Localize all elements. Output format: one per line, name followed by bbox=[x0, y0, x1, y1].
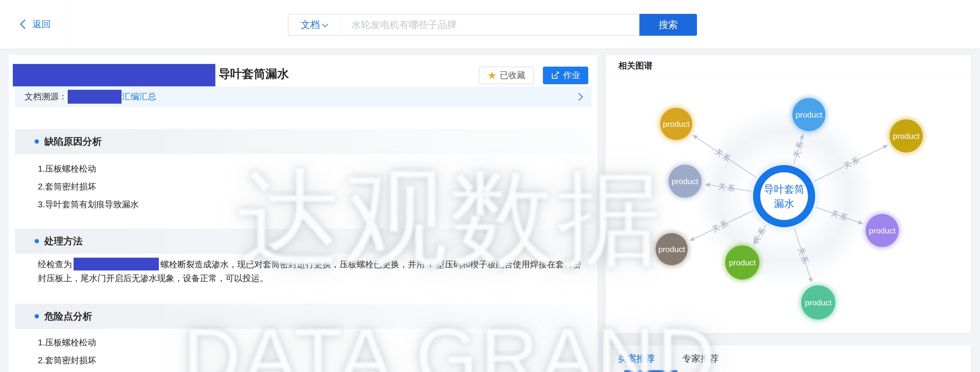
work-button[interactable]: 作业 bbox=[543, 67, 588, 84]
list-item: 2.套筒密封损坏 bbox=[38, 355, 96, 366]
graph-node-label: product bbox=[658, 245, 685, 254]
document-title: 导叶套筒漏水 bbox=[218, 66, 289, 82]
graph-node-label: product bbox=[893, 132, 920, 140]
star-icon: ★ bbox=[487, 70, 496, 81]
header-divider bbox=[69, 0, 70, 49]
document-panel: 导叶套筒漏水 ★ 已收藏 作业 文档溯源： 汇编汇总 缺陷原因分析 1.压板螺栓… bbox=[8, 55, 598, 372]
redacted-doc-number bbox=[13, 64, 215, 86]
list-item: 1.压板螺栓松动 bbox=[38, 163, 139, 175]
graph-node-label: product bbox=[869, 226, 896, 235]
treatment-paragraph: 经检查为螺栓断裂造成渗水，现已对套筒密封进行更换，压板螺栓已更换，并用"T"型压… bbox=[38, 258, 585, 285]
graph-node-label: product bbox=[663, 120, 690, 129]
section-header-treatment: 处理方法 bbox=[15, 229, 592, 254]
center-node-label: 漏水 bbox=[774, 198, 794, 209]
paragraph-text: 经检查为 bbox=[38, 259, 72, 269]
section-title: 缺陷原因分析 bbox=[44, 135, 102, 148]
source-label: 文档溯源： bbox=[24, 91, 67, 103]
chevron-right-icon[interactable] bbox=[575, 93, 583, 101]
defect-cause-list: 1.压板螺栓松动 2.套筒密封损坏 3.导叶套筒有划痕导致漏水 bbox=[38, 163, 139, 216]
graph-panel-header: 相关图谱 bbox=[606, 55, 971, 77]
back-button[interactable]: 返回 bbox=[21, 0, 51, 49]
recommendation-tabs: 类案推荐 专家推荐 bbox=[606, 345, 971, 372]
redacted-inline-text bbox=[73, 258, 159, 270]
tab-label: 专家推荐 bbox=[682, 353, 719, 365]
graph-node-label: product bbox=[671, 177, 698, 186]
back-label: 返回 bbox=[32, 18, 51, 30]
source-link[interactable]: 汇编汇总 bbox=[122, 91, 156, 103]
tab-label: 类案推荐 bbox=[618, 353, 655, 365]
chevron-down-icon bbox=[322, 21, 328, 27]
list-item: 3.导叶套筒有划痕导致漏水 bbox=[38, 199, 139, 210]
graph-panel-title: 相关图谱 bbox=[618, 60, 652, 72]
favorite-button[interactable]: ★ 已收藏 bbox=[479, 67, 534, 84]
graph-node-label: product bbox=[729, 258, 756, 267]
bullet-dot-icon bbox=[35, 314, 39, 318]
document-title-row: 导叶套筒漏水 ★ 已收藏 作业 bbox=[8, 55, 598, 89]
search-category-dropdown[interactable]: 文档 bbox=[288, 14, 340, 35]
tab-similar-cases[interactable]: 类案推荐 bbox=[618, 345, 655, 372]
section-title: 危险点分析 bbox=[44, 310, 92, 323]
section-title: 处理方法 bbox=[44, 235, 83, 248]
chevron-left-icon bbox=[20, 19, 30, 29]
graph-node-label: product bbox=[805, 298, 832, 307]
work-label: 作业 bbox=[563, 70, 580, 81]
search-button[interactable]: 搜索 bbox=[640, 14, 697, 36]
knowledge-graph: 关系关系关系关系关系关系关系关系productproductproductpro… bbox=[606, 55, 971, 333]
bullet-dot-icon bbox=[35, 139, 39, 144]
search-input[interactable] bbox=[340, 14, 640, 35]
graph-center-node[interactable] bbox=[757, 169, 811, 224]
search-category-label: 文档 bbox=[301, 18, 320, 32]
recommendation-panel: 类案推荐 专家推荐 bbox=[606, 345, 971, 372]
redacted-source-name bbox=[68, 90, 121, 104]
active-tab-underline bbox=[624, 370, 678, 372]
tab-experts[interactable]: 专家推荐 bbox=[682, 345, 719, 372]
list-item: 2.套筒密封损坏 bbox=[38, 181, 139, 192]
top-header: 返回 文档 搜索 bbox=[0, 0, 980, 49]
related-graph-panel: 关系关系关系关系关系关系关系关系productproductproductpro… bbox=[606, 55, 971, 333]
graph-node-label: product bbox=[795, 110, 822, 119]
edit-square-icon bbox=[551, 71, 559, 79]
favorite-label: 已收藏 bbox=[500, 70, 525, 81]
list-item: 1.压板螺栓松动 bbox=[38, 337, 96, 348]
search-bar: 文档 搜索 bbox=[288, 14, 697, 36]
center-node-label: 导叶套筒 bbox=[764, 184, 804, 195]
section-header-danger-points: 危险点分析 bbox=[15, 304, 592, 329]
danger-point-list: 1.压板螺栓松动 2.套筒密封损坏 bbox=[38, 337, 96, 372]
section-header-defect-cause: 缺陷原因分析 bbox=[15, 129, 592, 154]
bullet-dot-icon bbox=[35, 239, 39, 243]
document-source-bar: 文档溯源： 汇编汇总 bbox=[15, 86, 592, 107]
